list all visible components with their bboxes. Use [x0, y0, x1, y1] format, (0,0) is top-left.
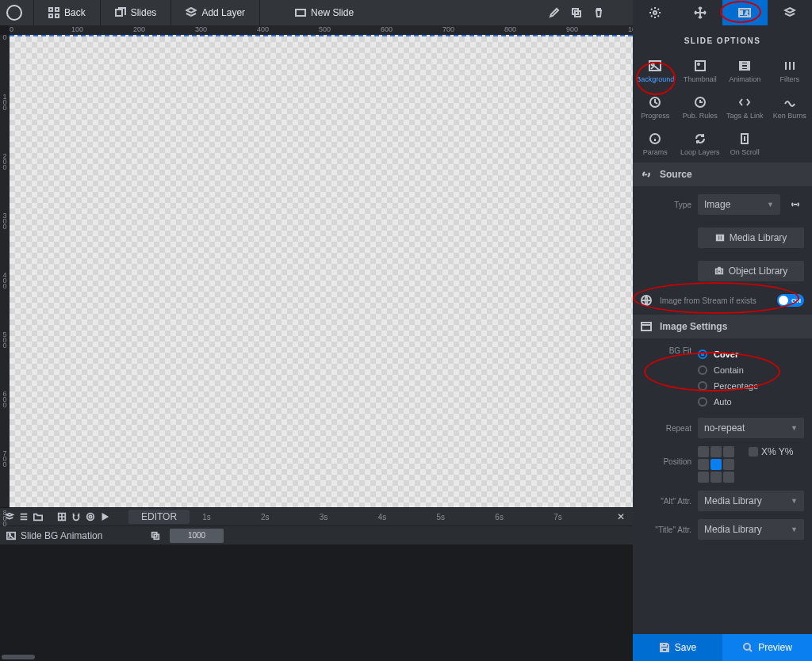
opt-tags-link[interactable]: Tags & Link — [722, 90, 768, 126]
opt-filters[interactable]: Filters — [768, 53, 813, 90]
back-button[interactable]: Back — [45, 7, 89, 18]
panel-footer: Save Preview — [633, 634, 812, 661]
right-panel: SLIDE OPTIONS Background Thumbnail Anima… — [633, 25, 812, 661]
tab-slide[interactable] — [722, 0, 768, 25]
position-grid[interactable] — [698, 446, 734, 483]
slides-button[interactable]: Slides — [112, 7, 160, 18]
tab-settings[interactable] — [633, 0, 678, 25]
gear-icon — [649, 6, 661, 19]
loop-icon — [694, 132, 707, 145]
type-select[interactable]: Image▼ — [698, 194, 780, 215]
opt-progress[interactable]: Progress — [633, 90, 678, 126]
delete-icon[interactable] — [593, 7, 604, 18]
editor-label[interactable]: EDITOR — [128, 510, 190, 524]
chain-icon[interactable] — [787, 199, 804, 210]
layers-icon — [783, 6, 796, 19]
tab-navigation[interactable] — [678, 0, 723, 25]
image-settings-icon — [641, 321, 652, 332]
slides-icon — [115, 7, 126, 18]
back-label: Back — [64, 7, 86, 18]
bgfit-contain[interactable]: Contain — [698, 362, 804, 378]
svg-point-17 — [9, 533, 10, 535]
play-icon[interactable] — [100, 512, 109, 522]
svg-point-14 — [87, 514, 94, 521]
opt-pub-rules[interactable]: Pub. Rules — [678, 90, 723, 126]
ruler-horizontal: 01002003004005006007008009001000 — [10, 25, 633, 35]
image-slide-icon — [738, 6, 751, 19]
title-select[interactable]: Media Library▼ — [698, 519, 804, 540]
opt-ken-burns[interactable]: Ken Burns — [768, 90, 813, 126]
timeline-area: EDITOR 1s2s3s4s5s6s7s ✕ Slide BG Animati… — [0, 507, 633, 661]
folder-icon[interactable] — [33, 512, 43, 522]
source-body: Type Image▼ Media Library Object Library — [633, 186, 812, 289]
slide-canvas[interactable] — [10, 35, 633, 507]
svg-point-15 — [89, 515, 91, 518]
new-slide-label: New Slide — [311, 7, 354, 18]
wave-icon — [783, 96, 796, 109]
scrollbar-thumb[interactable] — [2, 655, 35, 659]
layers-add-icon — [186, 7, 197, 18]
layer-row[interactable]: Slide BG Animation 1000 — [0, 525, 633, 544]
add-layer-label: Add Layer — [201, 7, 245, 18]
move-icon — [694, 6, 707, 19]
tab-layers[interactable] — [768, 0, 813, 25]
magnet-icon[interactable] — [71, 512, 81, 522]
bgfit-auto[interactable]: Auto — [698, 394, 804, 410]
slide-icon — [295, 7, 306, 18]
timeline-toolbar: EDITOR 1s2s3s4s5s6s7s ✕ — [0, 508, 633, 525]
svg-rect-4 — [116, 10, 122, 16]
svg-point-11 — [653, 11, 657, 14]
stream-label: Image from Stream if exists — [660, 296, 756, 305]
sliders-icon — [783, 59, 796, 72]
code-icon — [738, 96, 751, 109]
wordpress-logo-icon[interactable] — [6, 5, 22, 21]
grid-icon — [48, 7, 59, 18]
svg-point-30 — [718, 270, 720, 273]
grid-small-icon[interactable] — [57, 512, 67, 522]
opt-thumbnail[interactable]: Thumbnail — [678, 53, 723, 90]
close-timeline-icon[interactable]: ✕ — [617, 511, 625, 522]
stream-toggle[interactable]: ON — [777, 294, 804, 307]
opt-on-scroll[interactable]: On Scroll — [722, 126, 768, 162]
opt-background[interactable]: Background — [633, 53, 678, 90]
title-attr-label: "Title" Attr. — [641, 525, 691, 534]
target-icon[interactable] — [86, 512, 95, 522]
layer-duplicate-icon[interactable] — [151, 531, 160, 541]
svg-rect-5 — [296, 10, 305, 16]
media-library-button[interactable]: Media Library — [698, 227, 804, 248]
main-area: 01002003004005006007008009001000 0100200… — [0, 25, 633, 661]
bgfit-label: BG Fit — [641, 346, 691, 355]
save-button[interactable]: Save — [633, 634, 722, 661]
edit-icon[interactable] — [549, 7, 560, 18]
info-icon — [649, 132, 661, 145]
add-layer-button[interactable]: Add Layer — [182, 7, 248, 18]
source-header[interactable]: Source — [633, 162, 812, 186]
panel-title: SLIDE OPTIONS — [633, 25, 812, 53]
xy-input[interactable]: X% Y% — [749, 446, 793, 457]
clock-icon — [649, 96, 661, 109]
thumbnail-icon — [694, 59, 707, 72]
svg-rect-22 — [695, 61, 705, 71]
duplicate-icon[interactable] — [571, 7, 582, 18]
animation-bar[interactable]: 1000 — [170, 529, 224, 543]
bgfit-cover[interactable]: Cover — [698, 346, 804, 362]
new-slide-button[interactable]: New Slide — [292, 7, 357, 18]
opt-animation[interactable]: Animation — [722, 53, 768, 90]
svg-point-21 — [652, 63, 654, 66]
opt-loop-layers[interactable]: Loop Layers — [678, 126, 723, 162]
canvas-wrap: 01002003004005006007008009001000 0100200… — [0, 25, 633, 507]
svg-point-13 — [746, 11, 748, 13]
alt-select[interactable]: Media Library▼ — [698, 491, 804, 511]
bgfit-percentage[interactable]: Percentage — [698, 378, 804, 394]
opt-params[interactable]: Params — [633, 126, 678, 162]
layer-image-icon — [6, 531, 16, 541]
list-icon[interactable] — [19, 512, 29, 522]
repeat-label: Repeat — [641, 424, 691, 433]
image-icon — [649, 59, 661, 72]
object-library-button[interactable]: Object Library — [698, 261, 804, 281]
preview-button[interactable]: Preview — [722, 634, 812, 661]
repeat-select[interactable]: no-repeat▼ — [698, 418, 804, 438]
position-label: Position — [641, 446, 691, 466]
svg-rect-3 — [56, 14, 59, 17]
image-settings-header[interactable]: Image Settings — [633, 315, 812, 338]
